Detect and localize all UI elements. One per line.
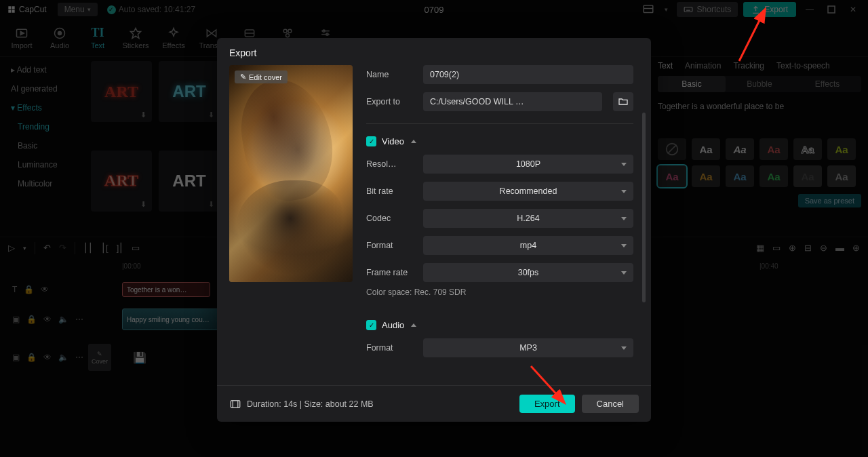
video-checkbox[interactable]: ✓ xyxy=(366,136,376,146)
exportto-label: Export to xyxy=(366,97,416,106)
codec-label: Codec xyxy=(366,214,416,223)
edit-cover-button[interactable]: ✎ Edit cover xyxy=(235,71,288,83)
format-label: Format xyxy=(366,241,416,250)
codec-select[interactable]: H.264 xyxy=(423,209,633,228)
folder-icon xyxy=(618,96,629,107)
duration-size-info: Duration: 14s | Size: about 22 MB xyxy=(247,399,374,409)
caret-up-icon xyxy=(411,140,416,143)
name-input[interactable] xyxy=(423,65,633,84)
audio-format-select[interactable]: MP3 xyxy=(423,338,633,357)
resolution-select[interactable]: 1080P xyxy=(423,155,633,174)
film-icon xyxy=(229,398,241,410)
dialog-scrollbar[interactable] xyxy=(642,113,646,302)
framerate-label: Frame rate xyxy=(366,268,416,277)
svg-rect-25 xyxy=(231,400,240,408)
bitrate-label: Bit rate xyxy=(366,186,416,196)
folder-button[interactable] xyxy=(613,92,633,111)
resolution-label: Resol… xyxy=(366,159,416,169)
bitrate-select[interactable]: Recommended xyxy=(423,182,633,201)
name-label: Name xyxy=(366,70,416,79)
format-select[interactable]: mp4 xyxy=(423,236,633,255)
export-button[interactable]: Export xyxy=(519,395,575,413)
exportto-path: C:/Users/GOOD WILL … xyxy=(423,92,602,111)
caret-up-icon xyxy=(411,323,416,327)
audio-checkbox[interactable]: ✓ xyxy=(366,320,376,330)
audio-section[interactable]: ✓ Audio xyxy=(366,320,633,330)
video-section[interactable]: ✓ Video xyxy=(366,136,633,146)
export-dialog: Export ✎ Edit cover Name Export to C:/Us… xyxy=(217,38,651,422)
framerate-select[interactable]: 30fps xyxy=(423,263,633,282)
audio-format-label: Format xyxy=(366,343,416,353)
cancel-button[interactable]: Cancel xyxy=(582,395,639,413)
dialog-title: Export xyxy=(217,38,651,65)
colorspace-note: Color space: Rec. 709 SDR xyxy=(366,287,633,297)
pencil-icon: ✎ xyxy=(240,73,246,81)
cover-preview xyxy=(229,65,353,282)
